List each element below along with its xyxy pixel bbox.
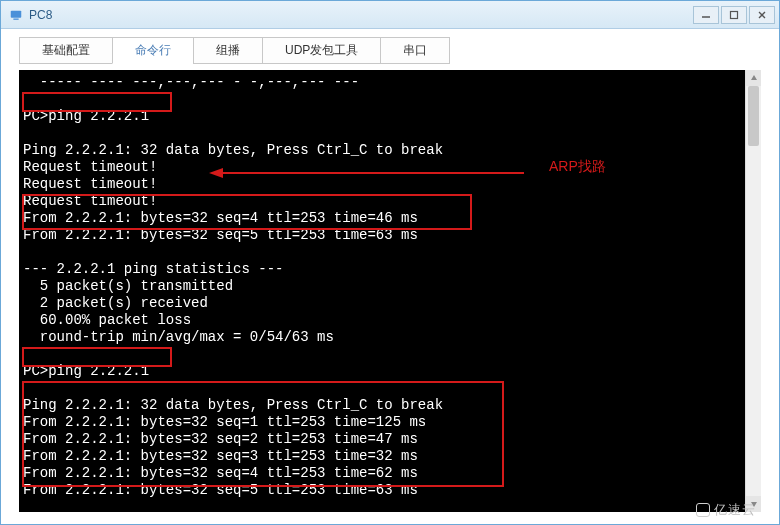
terminal-cmd: ping 2.2.2.1 [48, 108, 149, 124]
svg-rect-1 [13, 18, 18, 19]
terminal-line: From 2.2.2.1: bytes=32 seq=2 ttl=253 tim… [23, 431, 418, 447]
minimize-button[interactable] [693, 6, 719, 24]
terminal-line: ----- ---- ---,---,--- - -,---,--- --- [23, 74, 359, 90]
terminal-line: 2 packet(s) received [23, 295, 208, 311]
terminal-line: From 2.2.2.1: bytes=32 seq=4 ttl=253 tim… [23, 210, 418, 226]
tab-serial[interactable]: 串口 [380, 37, 450, 64]
terminal-line: From 2.2.2.1: bytes=32 seq=5 ttl=253 tim… [23, 227, 418, 243]
terminal-cmd: ping 2.2.2.1 [48, 363, 149, 379]
terminal-line: Request timeout! [23, 159, 157, 175]
app-icon [9, 8, 23, 22]
tab-multicast[interactable]: 组播 [193, 37, 263, 64]
titlebar: PC8 [1, 1, 779, 29]
terminal-line: 5 packet(s) transmitted [23, 278, 233, 294]
terminal-line: Ping 2.2.2.1: 32 data bytes, Press Ctrl_… [23, 142, 443, 158]
app-window: PC8 基础配置 命令行 组播 UDP发包工具 串口 ----- ---- --… [0, 0, 780, 525]
watermark: 亿速云 [696, 501, 756, 519]
window-controls [693, 6, 775, 24]
terminal-line: From 2.2.2.1: bytes=32 seq=1 ttl=253 tim… [23, 414, 426, 430]
terminal-line: 60.00% packet loss [23, 312, 191, 328]
svg-rect-3 [731, 11, 738, 18]
terminal-prompt: PC> [23, 108, 48, 124]
window-title: PC8 [29, 8, 52, 22]
terminal-container: ----- ---- ---,---,--- - -,---,--- --- P… [19, 70, 761, 512]
scroll-thumb[interactable] [748, 86, 759, 146]
scroll-up-icon[interactable] [746, 70, 761, 86]
terminal-line: From 2.2.2.1: bytes=32 seq=3 ttl=253 tim… [23, 448, 418, 464]
terminal-line: --- 2.2.2.1 ping statistics --- [23, 261, 283, 277]
terminal-line: From 2.2.2.1: bytes=32 seq=4 ttl=253 tim… [23, 465, 418, 481]
terminal-scrollbar[interactable] [745, 70, 761, 512]
svg-rect-0 [11, 10, 22, 17]
tab-command-line[interactable]: 命令行 [112, 37, 194, 64]
tab-bar: 基础配置 命令行 组播 UDP发包工具 串口 [1, 29, 779, 64]
terminal-output[interactable]: ----- ---- ---,---,--- - -,---,--- --- P… [19, 70, 745, 512]
terminal-line: Request timeout! [23, 176, 157, 192]
terminal-prompt: PC> [23, 363, 48, 379]
tab-udp-tool[interactable]: UDP发包工具 [262, 37, 381, 64]
maximize-button[interactable] [721, 6, 747, 24]
terminal-line: Request timeout! [23, 193, 157, 209]
svg-marker-8 [751, 75, 757, 80]
terminal-line: Ping 2.2.2.1: 32 data bytes, Press Ctrl_… [23, 397, 443, 413]
title-left: PC8 [5, 8, 52, 22]
watermark-text: 亿速云 [714, 501, 756, 519]
scroll-track[interactable] [746, 86, 761, 496]
terminal-line: From 2.2.2.1: bytes=32 seq=5 ttl=253 tim… [23, 482, 418, 498]
watermark-icon [696, 503, 710, 517]
close-button[interactable] [749, 6, 775, 24]
tab-basic-config[interactable]: 基础配置 [19, 37, 113, 64]
terminal-line: round-trip min/avg/max = 0/54/63 ms [23, 329, 334, 345]
